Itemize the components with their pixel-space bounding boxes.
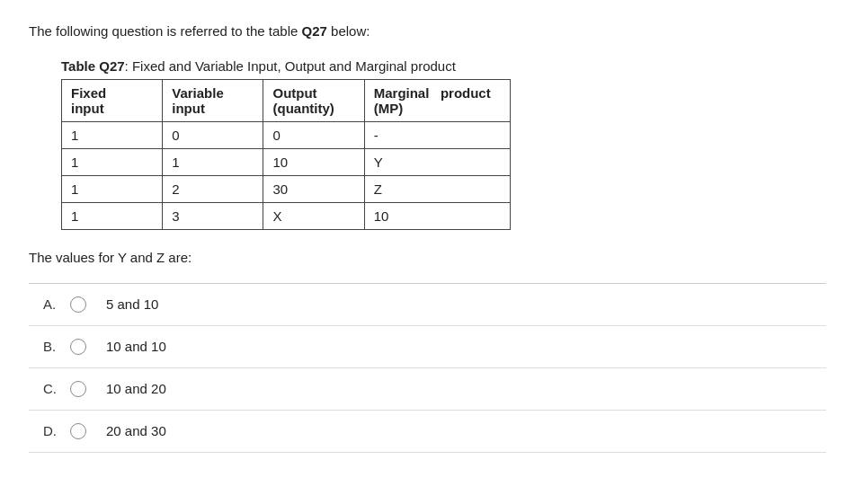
table-row: 1110Y	[62, 148, 511, 175]
table-section: Table Q27: Fixed and Variable Input, Out…	[61, 58, 826, 230]
table-cell: Z	[364, 175, 510, 202]
options-section: A.5 and 10B.10 and 10C.10 and 20D.20 and…	[29, 284, 826, 453]
option-letter: C.	[43, 381, 70, 396]
table-caption: Table Q27: Fixed and Variable Input, Out…	[61, 58, 826, 74]
values-question: The values for Y and Z are:	[29, 250, 826, 265]
option-row: B.10 and 10	[29, 326, 826, 368]
table-cell: 0	[263, 121, 364, 148]
table-cell: 10	[364, 202, 510, 229]
table-cell: 10	[263, 148, 364, 175]
intro-text-after: below:	[327, 23, 370, 39]
option-radio[interactable]	[70, 296, 86, 313]
option-radio[interactable]	[70, 381, 86, 397]
option-row: C.10 and 20	[29, 368, 826, 411]
table-header-row: Fixedinput Variableinput Output(quantity…	[62, 79, 511, 121]
table-cell: 1	[163, 148, 263, 175]
data-table: Fixedinput Variableinput Output(quantity…	[61, 79, 511, 230]
option-radio[interactable]	[70, 423, 86, 439]
option-letter: A.	[43, 296, 70, 312]
col-header-output: Output(quantity)	[263, 79, 364, 121]
option-label: 20 and 30	[106, 423, 166, 438]
table-row: 13X10	[62, 202, 511, 229]
option-label: 5 and 10	[106, 296, 158, 312]
table-cell: 3	[163, 202, 263, 229]
intro-text-before: The following question is referred to th…	[29, 23, 302, 39]
caption-suffix: : Fixed and Variable Input, Output and M…	[125, 58, 456, 74]
option-row: D.20 and 30	[29, 411, 826, 453]
table-cell: 1	[62, 121, 163, 148]
table-cell: 1	[62, 148, 163, 175]
table-cell: 1	[62, 202, 163, 229]
option-row: A.5 and 10	[29, 284, 826, 326]
table-cell: 2	[163, 175, 263, 202]
table-ref: Q27	[302, 23, 327, 39]
caption-prefix: Table Q27	[61, 58, 125, 74]
table-cell: 30	[263, 175, 364, 202]
col-header-variable: Variableinput	[163, 79, 263, 121]
option-letter: B.	[43, 339, 70, 354]
table-cell: X	[263, 202, 364, 229]
table-cell: -	[364, 121, 510, 148]
table-row: 100-	[62, 121, 511, 148]
option-letter: D.	[43, 423, 70, 438]
option-label: 10 and 10	[106, 339, 166, 354]
intro-paragraph: The following question is referred to th…	[29, 22, 826, 42]
option-radio[interactable]	[70, 339, 86, 355]
option-label: 10 and 20	[106, 381, 166, 396]
table-cell: 1	[62, 175, 163, 202]
table-row: 1230Z	[62, 175, 511, 202]
table-cell: Y	[364, 148, 510, 175]
col-header-fixed: Fixedinput	[62, 79, 163, 121]
table-cell: 0	[163, 121, 263, 148]
col-header-marginal: Marginal product(MP)	[364, 79, 510, 121]
